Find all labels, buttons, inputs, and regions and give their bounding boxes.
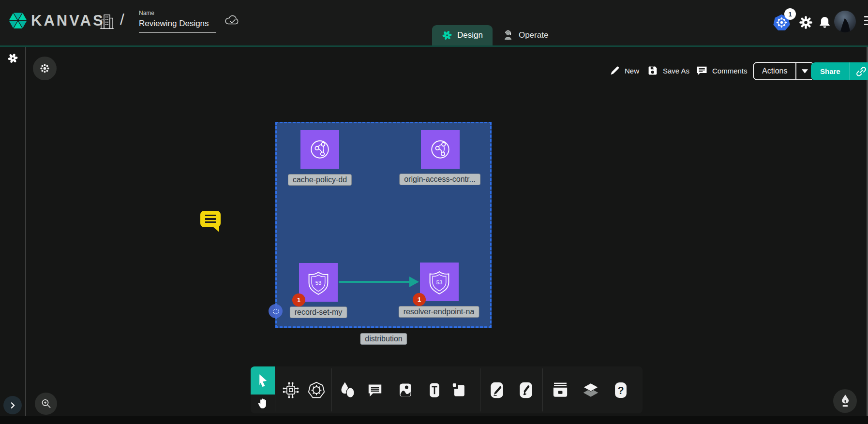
caret-down-icon	[802, 69, 808, 73]
edge-arrowhead	[409, 277, 419, 287]
annotate-button[interactable]	[833, 389, 857, 413]
actions-label: Actions	[754, 63, 795, 79]
toolbar-divider	[275, 368, 275, 411]
gear-icon	[798, 15, 813, 30]
name-field-label: Name	[139, 10, 216, 16]
kubernetes-wheel-icon	[307, 381, 326, 399]
share-button[interactable]: Share	[811, 62, 868, 80]
share-label: Share	[811, 62, 850, 80]
bell-icon	[818, 15, 832, 29]
new-button[interactable]: New	[609, 65, 639, 76]
operate-headset-icon	[502, 29, 514, 41]
magnifier-plus-icon	[40, 397, 53, 410]
actions-dropdown-button[interactable]: Actions	[753, 62, 814, 80]
link-icon	[855, 66, 867, 77]
tool-palette: ?	[251, 366, 643, 413]
pencil-icon	[609, 65, 620, 76]
aws-cloudfront-icon	[427, 136, 453, 162]
tab-operate-label: Operate	[519, 30, 548, 40]
image-icon	[398, 382, 413, 398]
layers-icon	[582, 382, 599, 398]
left-sidebar	[0, 47, 26, 416]
mode-tabs: Design Operate	[432, 25, 558, 45]
design-spiral-icon	[442, 30, 452, 41]
comment-tool[interactable]	[367, 382, 383, 398]
tab-design[interactable]: Design	[432, 25, 493, 45]
cursor-arrow-icon	[255, 373, 270, 388]
comments-label: Comments	[712, 67, 748, 75]
aws-route53-icon: 53	[305, 269, 331, 295]
comment-lines-icon	[205, 215, 216, 223]
pen-tool[interactable]	[490, 381, 505, 399]
note-tool[interactable]	[452, 383, 467, 398]
flower-dots-icon	[38, 62, 51, 75]
save-as-button[interactable]: Save As	[647, 65, 689, 76]
svg-text:?: ?	[617, 385, 624, 396]
kubernetes-context-badge: 1	[784, 8, 796, 20]
chip-icon	[282, 381, 299, 399]
avatar[interactable]	[834, 11, 856, 32]
drawer-tool[interactable]	[552, 382, 569, 398]
node-origin-access-control[interactable]	[421, 130, 460, 169]
components-tool[interactable]	[282, 381, 299, 399]
organization-icon[interactable]	[100, 12, 114, 33]
notifications-button[interactable]	[818, 15, 832, 31]
pan-tool[interactable]	[254, 395, 272, 412]
comment-bubble-icon	[367, 382, 383, 398]
toolbar-divider	[542, 368, 543, 411]
zoom-in-button[interactable]	[35, 393, 57, 415]
node-resolver-endpoint[interactable]: 53	[420, 263, 459, 301]
select-tool[interactable]	[251, 366, 275, 395]
save-as-label: Save As	[663, 67, 689, 75]
comment-marker[interactable]	[200, 211, 221, 227]
group-label-distribution[interactable]: distribution	[360, 333, 407, 345]
layers-tool[interactable]	[582, 382, 599, 398]
shapes-tool[interactable]	[338, 381, 357, 399]
comments-button[interactable]: Comments	[696, 65, 748, 77]
settings-button[interactable]	[798, 15, 813, 31]
resolver-error-badge[interactable]: 1	[413, 293, 426, 306]
kanvas-logo-icon[interactable]	[7, 10, 29, 33]
overflow-menu-icon[interactable]	[864, 16, 868, 25]
brand-wordmark: KANVAS	[31, 12, 105, 29]
tab-design-label: Design	[457, 30, 483, 40]
meshery-spiral-icon[interactable]	[7, 53, 18, 66]
archive-drawer-icon	[552, 382, 569, 398]
text-tool[interactable]	[427, 382, 442, 398]
shapes-icon	[338, 381, 357, 399]
node-record-set[interactable]: 53	[299, 263, 338, 302]
text-icon	[427, 382, 442, 398]
pen-nib-icon	[838, 394, 852, 409]
dashed-square-icon	[272, 307, 280, 315]
edge-record-to-resolver[interactable]	[339, 281, 412, 283]
design-name-block: Name	[139, 10, 216, 33]
toolbar-divider	[480, 368, 480, 411]
tab-operate[interactable]: Operate	[493, 25, 558, 45]
new-label: New	[625, 67, 639, 75]
svg-text:53: 53	[315, 280, 322, 286]
node-label-resolver-endpoint[interactable]: resolver-endpoint-na	[399, 306, 479, 318]
node-label-record-set[interactable]: record-set-my	[290, 307, 347, 318]
help-tool[interactable]: ?	[614, 382, 628, 399]
pencil-tool[interactable]	[519, 381, 534, 399]
expand-sidebar-button[interactable]	[3, 396, 22, 414]
kubernetes-tool[interactable]	[307, 381, 326, 399]
node-label-origin-access[interactable]: origin-access-contr...	[399, 174, 480, 185]
hand-icon	[256, 397, 269, 410]
image-tool[interactable]	[398, 382, 413, 398]
canvas-widgets-button[interactable]	[33, 57, 57, 80]
copy-link-segment[interactable]	[850, 62, 868, 80]
group-selection-handle[interactable]	[269, 304, 283, 318]
design-name-input[interactable]	[139, 18, 216, 33]
node-label-cache-policy[interactable]: cache-policy-dd	[288, 174, 352, 186]
kanvas-app: KANVAS / Name	[0, 0, 868, 424]
breadcrumb-separator: /	[120, 11, 124, 29]
pen-capsule-icon	[490, 381, 505, 399]
node-cache-policy[interactable]	[300, 130, 339, 169]
toolbar-divider	[331, 368, 332, 411]
status-bar	[0, 416, 868, 424]
record-set-error-badge[interactable]: 1	[292, 293, 305, 307]
aws-route53-icon: 53	[426, 269, 452, 295]
floppy-icon	[647, 65, 658, 76]
svg-text:53: 53	[436, 279, 443, 285]
